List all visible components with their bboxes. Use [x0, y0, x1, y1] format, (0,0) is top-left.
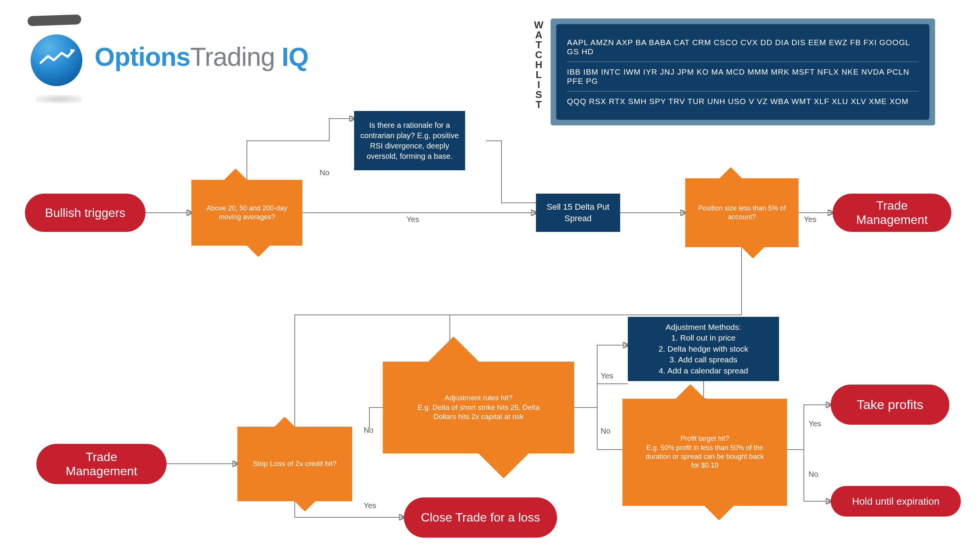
start-bullish-triggers-label: Bullish triggers: [45, 206, 126, 220]
edge-label-no: No: [320, 168, 330, 177]
end-trade-management-top-label: Trade Management: [849, 199, 935, 227]
watchlist-row: AAPL AMZN AXP BA BABA CAT CRM CSCO CVX D…: [567, 33, 919, 62]
brand-logo: OptionsTrading IQ: [31, 27, 309, 86]
end-take-profits-label: Take profits: [857, 397, 923, 412]
edge-label-yes: Yes: [808, 419, 821, 428]
decision-adjustment-rules: Adjustment rules hit? E.g. Delta of shor…: [383, 362, 574, 453]
start-trade-management: Trade Management: [36, 444, 167, 484]
globe-chart-icon: [31, 34, 82, 86]
rect-contrarian-rationale-label: Is there a rationale for a contrarian pl…: [359, 120, 460, 161]
decision-adjustment-rules-label: Adjustment rules hit? E.g. Delta of shor…: [383, 362, 574, 453]
start-bullish-triggers: Bullish triggers: [25, 194, 145, 232]
edge-label-no: No: [601, 427, 611, 435]
end-close-trade-loss: Close Trade for a loss: [404, 497, 557, 538]
edge-label-yes: Yes: [407, 215, 419, 224]
decision-position-size-label: Position size less than 5% of account?: [685, 178, 799, 247]
rect-contrarian-rationale: Is there a rationale for a contrarian pl…: [354, 111, 465, 170]
rect-adjustment-methods-label: Adjustment Methods: 1. Roll out in price…: [658, 322, 748, 376]
end-hold-expiration-label: Hold until expiration: [852, 496, 939, 507]
end-take-profits: Take profits: [831, 385, 949, 425]
decision-moving-averages: Above 20, 50 and 200-day moving averages…: [191, 180, 302, 246]
rect-sell-put-spread: Sell 15 Delta Put Spread: [536, 194, 620, 232]
rect-adjustment-methods: Adjustment Methods: 1. Roll out in price…: [628, 317, 779, 381]
brand-word-options: Options: [95, 42, 190, 71]
graduation-cap-icon: [28, 15, 87, 34]
edge-label-yes: Yes: [601, 372, 613, 380]
decision-stop-loss: Stop Loss of 2x credit hit?: [237, 427, 352, 501]
start-trade-management-label: Trade Management: [52, 450, 150, 478]
brand-word-iq: IQ: [282, 42, 309, 71]
brand-word-trading: Trading: [190, 42, 275, 71]
decision-moving-averages-label: Above 20, 50 and 200-day moving averages…: [191, 180, 302, 246]
decision-profit-target: Profit target hit? E.g. 50% profit in le…: [622, 399, 787, 506]
end-trade-management-top: Trade Management: [833, 194, 951, 232]
rect-sell-put-spread-label: Sell 15 Delta Put Spread: [541, 201, 615, 224]
decision-position-size: Position size less than 5% of account?: [685, 178, 799, 247]
end-hold-expiration: Hold until expiration: [831, 486, 961, 517]
end-close-trade-loss-label: Close Trade for a loss: [421, 510, 540, 525]
edge-label-no: No: [364, 426, 374, 435]
watchlist-panel: AAPL AMZN AXP BA BABA CAT CRM CSCO CVX D…: [550, 18, 935, 126]
edge-label-no: No: [808, 470, 818, 479]
watchlist-label: WATCHLIST: [534, 20, 545, 109]
watchlist-row: IBB IBM INTC IWM IYR JNJ JPM KO MA MCD M…: [567, 62, 919, 91]
brand-wordmark: OptionsTrading IQ: [95, 42, 309, 72]
decision-stop-loss-label: Stop Loss of 2x credit hit?: [237, 427, 352, 501]
edge-label-yes: Yes: [364, 501, 376, 510]
edge-label-yes: Yes: [804, 215, 817, 224]
watchlist-row: QQQ RSX RTX SMH SPY TRV TUR UNH USO V VZ…: [567, 91, 919, 111]
decision-profit-target-label: Profit target hit? E.g. 50% profit in le…: [622, 399, 787, 506]
